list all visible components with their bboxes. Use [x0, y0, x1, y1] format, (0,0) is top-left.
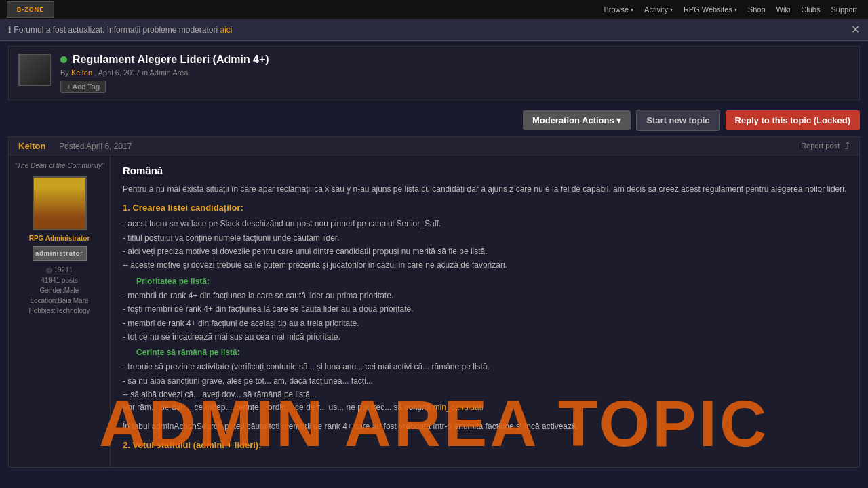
nav-wiki-label: Wiki	[776, 5, 791, 14]
by-label: By	[60, 68, 71, 77]
sidebar-stats: ◎ 19211 41941 posts Gender:Male Location…	[28, 265, 90, 316]
post-header-right: Report post ⤴	[801, 140, 850, 151]
start-new-topic-button[interactable]: Start new topic	[636, 110, 719, 131]
action-buttons-row: Moderation Actions ▾ Start new topic Rep…	[0, 106, 868, 136]
notification-icon: ℹ	[8, 25, 12, 35]
post-bullet-4: -- aceste motive și dovezi trebuie să le…	[123, 258, 847, 272]
nav-support[interactable]: Support	[827, 4, 861, 15]
topic-location: Admin Area	[150, 68, 189, 77]
priority-bullet-1: - membrii de rank 4+ din facțiunea la ca…	[123, 289, 847, 302]
notification-bar: ℹ Forumul a fost actualizat. Informații …	[0, 19, 868, 41]
post-bullet-1: - acest lucru se va face pe Slack deschi…	[123, 217, 847, 230]
cerinte-bullet-1: - trebuie să prezinte activitate (verifi…	[123, 360, 847, 373]
notification-close-button[interactable]: ✕	[851, 23, 860, 36]
stats-hobbies: Hobbies:Technology	[28, 306, 90, 316]
post-sidebar: "The Dean of the Community" RPG Administ…	[9, 155, 111, 467]
priority-bullet-4: - tot ce nu se încadrează mai sus au cea…	[123, 330, 847, 344]
topic-location-label: in	[142, 68, 150, 77]
sidebar-avatar	[33, 176, 87, 230]
post-bullet-3: - aici veți preciza motive și dovezile p…	[123, 245, 847, 258]
post-header: Kelton Posted April 6, 2017 Report post …	[9, 137, 859, 155]
cerinte-bullet-2: - să nu aibă sancțiuni grave, ales pe to…	[123, 374, 847, 388]
topic-author-link[interactable]: Kelton	[71, 68, 92, 77]
add-tag-button[interactable]: + Add Tag	[60, 81, 106, 93]
min-candidati-link[interactable]: min_candidati	[433, 403, 484, 412]
nav-shop[interactable]: Shop	[744, 4, 770, 15]
nav-rpg-label: RPG Websites	[684, 5, 732, 14]
stats-id: ◎ 19211	[28, 265, 90, 275]
priority-bullet-3: - membri de rank 4+ din facțiuni de acel…	[123, 317, 847, 330]
post-header-left: Kelton Posted April 6, 2017	[18, 141, 132, 151]
admin-badge: administrator	[33, 246, 87, 261]
moderation-actions-label: Moderation Actions ▾	[532, 115, 621, 125]
vor-text-content: Vor răm... de dori... ce îndep... cerinț…	[123, 403, 433, 412]
nav-activity[interactable]: Activity ▾	[640, 4, 677, 15]
post-intro-text: Pentru a nu mai exista situații în care …	[123, 183, 847, 196]
priority-label: Prioritatea pe listă:	[136, 277, 847, 286]
nav-support-label: Support	[831, 5, 857, 14]
post-bullet-2: - titlul postului va conține numele facț…	[123, 231, 847, 245]
nav-clubs[interactable]: Clubs	[797, 4, 824, 15]
stats-gender: Gender:Male	[28, 285, 90, 296]
topic-title-row: Regulament Alegere Lideri (Admin 4+)	[60, 54, 850, 66]
stats-posts: 41941 posts	[28, 275, 90, 285]
tabul-text: În tabul adminActionSearch puteți căuta …	[123, 420, 847, 433]
header: B-ZONE Browse ▾ Activity ▾ RPG Websites …	[0, 0, 868, 19]
online-indicator	[60, 56, 67, 63]
avatar-image	[20, 55, 50, 85]
nav-wiki[interactable]: Wiki	[772, 4, 795, 15]
post-section1-title: 1. Crearea listei candidaților:	[123, 203, 847, 213]
nav-rpg[interactable]: RPG Websites ▾	[679, 4, 741, 15]
nav-clubs-label: Clubs	[801, 5, 820, 14]
stats-location: Location:Baia Mare	[28, 296, 90, 306]
browse-caret-icon: ▾	[631, 7, 633, 13]
vor-text: Vor răm... de dori... ce îndep... cerinț…	[123, 401, 847, 414]
priority-bullet-2: - foști membri de rank 4+ din facțiunea …	[123, 302, 847, 316]
avatar-figure	[34, 178, 85, 229]
cerinte-label: Cerințe să rămână pe listă:	[136, 348, 847, 357]
topic-meta: Regulament Alegere Lideri (Admin 4+) By …	[60, 54, 850, 93]
notification-content: ℹ Forumul a fost actualizat. Informații …	[8, 25, 232, 35]
nav-activity-label: Activity	[644, 5, 668, 14]
post-section2-title: 2. Votul staffului (admini + lideri):	[123, 440, 847, 450]
topic-title: Regulament Alegere Lideri (Admin 4+)	[73, 54, 269, 66]
site-logo: B-ZONE	[7, 1, 54, 18]
activity-caret-icon: ▾	[670, 7, 673, 13]
post-container: Kelton Posted April 6, 2017 Report post …	[8, 136, 860, 468]
post-content: Română Pentru a nu mai exista situații î…	[111, 155, 859, 467]
sidebar-quote: "The Dean of the Community"	[14, 162, 104, 169]
nav-browse-label: Browse	[604, 5, 629, 14]
topic-byline: By Kelton , April 6, 2017 in Admin Area	[60, 68, 850, 77]
topic-post-date: April 6, 2017	[98, 68, 140, 77]
logo-area: B-ZONE	[7, 1, 54, 18]
report-post-link[interactable]: Report post	[801, 142, 840, 150]
reply-label: Reply to this topic (Locked)	[735, 115, 850, 125]
post-body: "The Dean of the Community" RPG Administ…	[9, 155, 859, 467]
topic-avatar	[18, 54, 51, 86]
rpg-caret-icon: ▾	[734, 7, 737, 13]
nav-menu: Browse ▾ Activity ▾ RPG Websites ▾ Shop …	[599, 4, 861, 15]
nav-browse[interactable]: Browse ▾	[599, 4, 637, 15]
post-date: Posted April 6, 2017	[59, 142, 132, 151]
start-new-topic-label: Start new topic	[646, 115, 709, 125]
moderation-actions-button[interactable]: Moderation Actions ▾	[523, 110, 631, 130]
post-lang-header: Română	[123, 165, 847, 176]
cerinte-bullet-3: -- să aibă dovezi că... aveți dov... să …	[123, 388, 847, 401]
nav-shop-label: Shop	[748, 5, 766, 14]
topic-header: Regulament Alegere Lideri (Admin 4+) By …	[8, 46, 860, 100]
share-icon[interactable]: ⤴	[845, 140, 850, 151]
sidebar-rank: RPG Administrator	[29, 235, 90, 242]
notification-text: Forumul a fost actualizat. Informații pr…	[14, 25, 220, 35]
reply-button[interactable]: Reply to this topic (Locked)	[726, 110, 860, 130]
post-author-name[interactable]: Kelton	[18, 141, 45, 151]
notification-link[interactable]: aici	[220, 25, 232, 35]
